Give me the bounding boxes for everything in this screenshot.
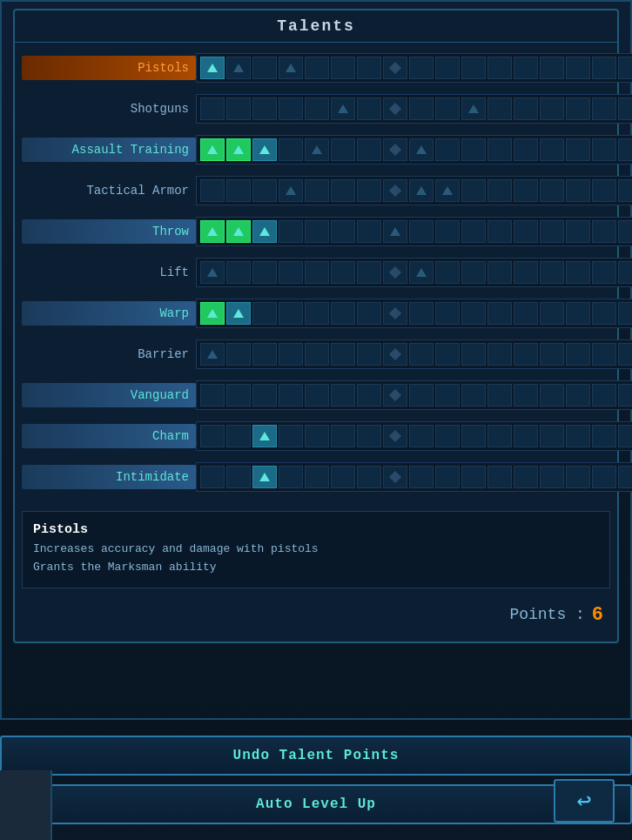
pip (200, 466, 225, 488)
pip (461, 261, 486, 284)
pips-container (196, 380, 632, 410)
pip (383, 138, 407, 161)
pip (514, 466, 538, 488)
pip (592, 425, 616, 447)
pip (566, 179, 590, 202)
pip (252, 97, 277, 120)
points-value: 6 (592, 604, 603, 626)
pip (409, 138, 434, 161)
pip (618, 302, 632, 325)
pip (252, 302, 277, 325)
pip (305, 179, 329, 202)
pip (435, 179, 460, 202)
pip (618, 261, 632, 284)
talent-name-barrier: Barrier (22, 347, 196, 361)
pip (331, 220, 355, 243)
pips-container (196, 421, 632, 451)
pip (383, 466, 407, 488)
pip (566, 466, 590, 488)
pip (514, 261, 538, 284)
pip (383, 179, 407, 202)
talent-row: Barrier+− (22, 335, 610, 373)
pip (357, 57, 381, 79)
pip (566, 97, 590, 120)
pip (409, 425, 434, 447)
pip (279, 466, 303, 488)
pip (409, 57, 434, 79)
pip (200, 220, 225, 243)
pip (305, 57, 329, 79)
pip (592, 466, 616, 488)
pip (540, 466, 564, 488)
pip (305, 425, 329, 447)
talent-name-pistols: Pistols (22, 56, 196, 80)
pip (435, 220, 460, 243)
pip (540, 384, 564, 407)
pip (514, 384, 538, 407)
pip (279, 97, 303, 120)
pip (409, 343, 434, 366)
pips-container (196, 135, 632, 165)
desc-line2: Grants the Marksman ability (33, 559, 599, 577)
pip (487, 261, 512, 284)
pips-container (196, 53, 632, 83)
pip (487, 57, 512, 79)
pip (226, 466, 251, 488)
talents-list: Pistols+−Shotguns+−Assault Training+−Tac… (15, 43, 617, 502)
pip (540, 302, 564, 325)
pip (618, 343, 632, 366)
pips-container (196, 299, 632, 328)
back-button[interactable]: ↩ (554, 779, 615, 823)
pip (618, 466, 632, 488)
pip (540, 343, 564, 366)
pip (226, 57, 251, 79)
pip (305, 220, 329, 243)
desc-title: Pistols (33, 522, 599, 537)
pip (592, 384, 616, 407)
pip (226, 179, 251, 202)
pip (592, 138, 616, 161)
talent-row: Charm+− (22, 417, 610, 455)
talent-name-vanguard: Vanguard (22, 383, 196, 407)
pip (331, 343, 355, 366)
pip (540, 425, 564, 447)
pip (305, 384, 329, 407)
pip (305, 138, 329, 161)
pip (383, 220, 407, 243)
pip (200, 384, 225, 407)
pip (252, 466, 277, 488)
talent-name-warp: Warp (22, 301, 196, 326)
pip (487, 343, 512, 366)
pips-container (196, 339, 632, 369)
pip (200, 261, 225, 284)
pip (252, 220, 277, 243)
undo-button[interactable]: Undo Talent Points (0, 736, 632, 776)
pip (592, 302, 616, 325)
pips-container (196, 217, 632, 246)
pip (409, 302, 434, 325)
pip (540, 220, 564, 243)
pip (540, 179, 564, 202)
pip (592, 97, 616, 120)
talent-name-tactical-armor: Tactical Armor (22, 184, 196, 198)
pip (200, 57, 225, 79)
pip (252, 384, 277, 407)
pip (200, 97, 225, 120)
pip (540, 261, 564, 284)
pip (357, 220, 381, 243)
pip (200, 138, 225, 161)
pips-container (196, 94, 632, 124)
pip (279, 302, 303, 325)
pip (514, 97, 538, 120)
auto-level-button[interactable]: Auto Level Up (0, 784, 632, 824)
pip (383, 57, 407, 79)
pip (618, 57, 632, 79)
pip (618, 138, 632, 161)
pip (331, 179, 355, 202)
back-arrow-icon: ↩ (577, 786, 592, 816)
pip (566, 425, 590, 447)
pip (487, 220, 512, 243)
pip (461, 57, 486, 79)
points-label: Points : (509, 606, 584, 623)
pip (226, 220, 251, 243)
